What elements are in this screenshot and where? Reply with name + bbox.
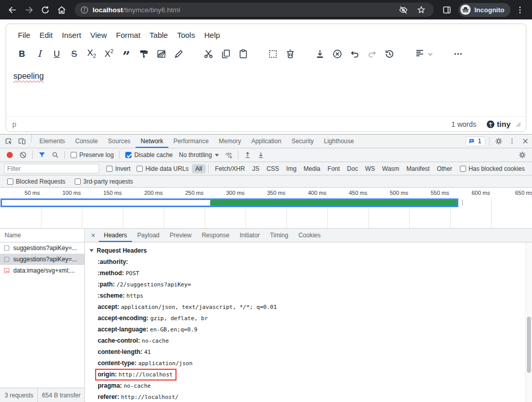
cut-icon[interactable] <box>199 45 217 62</box>
cancel-icon[interactable] <box>328 45 346 62</box>
menu-format[interactable]: Format <box>112 28 145 42</box>
back-icon[interactable] <box>5 3 19 17</box>
copy-icon[interactable] <box>217 45 234 62</box>
preserve-log-checkbox[interactable] <box>71 152 77 158</box>
misspelled-word[interactable]: speeling <box>13 72 44 80</box>
invert-toggle[interactable]: Invert <box>106 165 130 172</box>
device-toolbar-icon[interactable] <box>15 135 29 147</box>
inspect-element-icon[interactable] <box>2 135 15 147</box>
scrollbar-thumb[interactable] <box>527 317 531 373</box>
export-har-icon[interactable] <box>254 149 268 161</box>
request-row[interactable]: suggestions?apiKey=... <box>0 242 84 254</box>
menu-insert[interactable]: Insert <box>57 28 86 42</box>
network-settings-icon[interactable] <box>516 149 529 161</box>
tab-timing[interactable]: Timing <box>265 229 294 242</box>
disable-cache-toggle[interactable]: Disable cache <box>125 151 172 159</box>
reload-icon[interactable] <box>38 3 52 17</box>
save-download-icon[interactable] <box>311 45 328 62</box>
blocked-requests-toggle[interactable]: Blocked Requests <box>7 178 65 185</box>
filter-type-js[interactable]: JS <box>249 164 263 173</box>
delete-icon[interactable] <box>281 45 299 62</box>
home-icon[interactable] <box>54 3 69 17</box>
devtools-settings-icon[interactable] <box>492 135 505 147</box>
menu-view[interactable]: View <box>86 28 112 42</box>
bookmark-star-icon[interactable] <box>414 3 429 17</box>
network-overview-timeline[interactable]: 50 ms 100 ms 150 ms 200 ms 250 ms 300 ms… <box>0 188 532 229</box>
menu-table[interactable]: Table <box>145 28 172 42</box>
browser-menu-icon[interactable] <box>513 3 527 17</box>
permanent-pen-icon[interactable] <box>170 45 187 62</box>
redo-icon[interactable] <box>363 45 381 62</box>
subscript-button[interactable]: X2 <box>83 45 100 62</box>
filter-type-doc[interactable]: Doc <box>343 164 361 173</box>
hide-data-urls-toggle[interactable]: Hide data URLs <box>137 165 189 172</box>
filter-type-ws[interactable]: WS <box>362 164 379 173</box>
has-blocked-cookies-checkbox[interactable] <box>460 166 466 172</box>
tab-sources[interactable]: Sources <box>103 135 136 148</box>
tab-response[interactable]: Response <box>196 229 234 242</box>
menu-file[interactable]: File <box>13 28 35 42</box>
editor-content[interactable]: speeling <box>6 65 526 116</box>
hide-data-urls-checkbox[interactable] <box>137 166 143 172</box>
eye-blocked-icon[interactable] <box>396 3 411 17</box>
request-row[interactable]: data:image/svg+xml;... <box>0 265 84 276</box>
import-har-icon[interactable] <box>241 149 254 161</box>
filter-input[interactable] <box>4 164 99 173</box>
tab-memory[interactable]: Memory <box>214 135 246 148</box>
tab-cookies[interactable]: Cookies <box>293 229 325 242</box>
request-headers-section[interactable]: Request Headers <box>85 242 532 256</box>
tab-performance[interactable]: Performance <box>168 135 214 148</box>
filter-icon[interactable] <box>35 149 49 161</box>
filter-type-all[interactable]: All <box>192 164 206 173</box>
overview-selection-band[interactable] <box>1 198 458 207</box>
menu-help[interactable]: Help <box>199 28 225 42</box>
forward-icon[interactable] <box>21 3 36 17</box>
element-path[interactable]: p <box>12 120 16 128</box>
filter-type-media[interactable]: Media <box>300 164 324 173</box>
tab-preview[interactable]: Preview <box>165 229 197 242</box>
tab-network[interactable]: Network <box>136 135 168 148</box>
filter-type-fetch-xhr[interactable]: Fetch/XHR <box>211 164 249 173</box>
tab-console[interactable]: Console <box>70 135 103 148</box>
superscript-button[interactable]: X2 <box>100 45 118 62</box>
clear-icon[interactable] <box>16 149 30 161</box>
word-count[interactable]: 1 words <box>451 120 476 128</box>
italic-button[interactable]: I <box>31 45 48 62</box>
alignment-dropdown[interactable] <box>410 45 437 62</box>
blockquote-button[interactable]: ” <box>118 45 135 62</box>
third-party-toggle[interactable]: 3rd-party requests <box>75 178 133 185</box>
tab-application[interactable]: Application <box>246 135 286 148</box>
third-party-checkbox[interactable] <box>75 178 81 185</box>
restore-draft-icon[interactable] <box>381 45 398 62</box>
paste-icon[interactable] <box>234 45 252 62</box>
network-search-icon[interactable] <box>49 149 62 161</box>
address-bar[interactable]: localhost/tinymce/tiny6.html <box>75 3 434 17</box>
name-column-header[interactable]: Name <box>0 229 84 242</box>
underline-button[interactable]: U <box>48 45 65 62</box>
details-scrollbar[interactable] <box>525 242 532 402</box>
request-row-selected[interactable]: suggestions?apiKey=... <box>0 254 84 265</box>
filter-type-css[interactable]: CSS <box>263 164 283 173</box>
tab-payload[interactable]: Payload <box>132 229 164 242</box>
more-options-icon[interactable] <box>449 45 467 62</box>
devtools-menu-icon[interactable] <box>505 135 519 147</box>
record-icon[interactable] <box>7 152 13 158</box>
filter-type-wasm[interactable]: Wasm <box>379 164 403 173</box>
filter-type-font[interactable]: Font <box>324 164 343 173</box>
tab-headers[interactable]: Headers <box>99 229 132 242</box>
tab-security[interactable]: Security <box>286 135 319 148</box>
issues-badge[interactable]: 1 <box>465 137 485 146</box>
has-blocked-cookies-toggle[interactable]: Has blocked cookies <box>460 165 525 172</box>
close-details-icon[interactable]: × <box>87 230 99 241</box>
select-all-icon[interactable] <box>264 45 281 62</box>
image-texture-icon[interactable] <box>152 45 170 62</box>
tab-elements[interactable]: Elements <box>34 135 70 148</box>
tiny-brand[interactable]: tiny <box>486 120 511 128</box>
throttling-dropdown[interactable]: No throttling <box>179 151 219 159</box>
menu-edit[interactable]: Edit <box>35 28 57 42</box>
resize-handle-icon[interactable] <box>516 120 521 129</box>
disable-cache-checkbox[interactable] <box>125 152 131 158</box>
tab-initiator[interactable]: Initiator <box>234 229 264 242</box>
devtools-close-icon[interactable] <box>519 135 532 147</box>
blocked-requests-checkbox[interactable] <box>7 178 13 185</box>
